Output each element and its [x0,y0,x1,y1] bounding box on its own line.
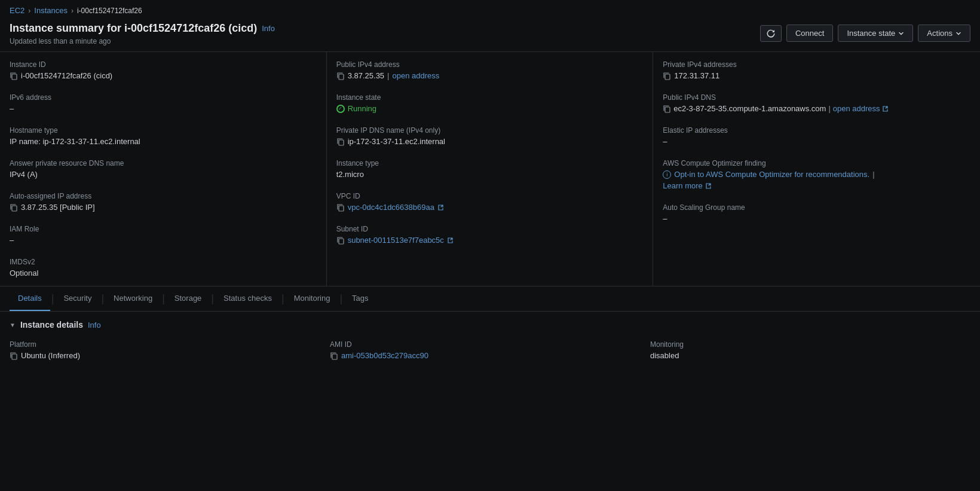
info-circle-icon: i [663,170,671,179]
tab-security[interactable]: Security [55,286,100,311]
breadcrumb-instances[interactable]: Instances [34,6,68,15]
refresh-button[interactable] [760,25,782,42]
ipv6-group: IPv6 address – [10,93,317,113]
svg-rect-4 [339,206,344,211]
imdsv2-label: IMDSv2 [10,258,317,266]
public-ipv4-label: Public IPv4 address [336,60,644,69]
instance-type-group: Instance type t2.micro [336,159,644,179]
section-toggle[interactable]: ▼ [10,322,16,328]
platform-group: Platform Ubuntu (Inferred) [10,340,320,360]
vpc-link[interactable]: vpc-0dc4c1dc6638b69aa [348,203,434,212]
opt-in-link[interactable]: Opt-in to AWS Compute Optimizer for reco… [674,170,869,179]
page-header: Instance summary for i-00cf1524712fcaf26… [0,19,980,52]
hostname-label: Hostname type [10,126,317,135]
svg-rect-7 [665,107,670,112]
chevron-down-icon [898,31,904,36]
header-info-link[interactable]: Info [262,24,275,33]
private-ipv4-value: 172.31.37.11 [663,71,970,80]
refresh-icon [767,29,775,38]
details-col-1: Platform Ubuntu (Inferred) [10,338,330,362]
tab-sep-6: | [338,292,344,305]
subnet-id-label: Subnet ID [336,225,644,233]
copy-icon-4[interactable] [336,138,345,146]
auto-scaling-label: Auto Scaling Group name [663,203,970,212]
open-address-link-1[interactable]: open address [393,71,440,80]
tab-storage[interactable]: Storage [166,286,210,311]
details-col-3: Monitoring disabled [650,338,970,362]
ami-id-link[interactable]: ami-053b0d53c279acc90 [341,351,428,360]
public-dns-label: Public IPv4 DNS [663,93,970,102]
tab-sep-1: | [50,292,56,305]
connect-button[interactable]: Connect [786,25,833,42]
subnet-id-value: subnet-0011513e7f7eabc5c [336,236,644,245]
instance-type-value: t2.micro [336,170,644,179]
auto-ip-group: Auto-assigned IP address 3.87.25.35 [Pub… [10,192,317,212]
vpc-id-value: vpc-0dc4c1dc6638b69aa [336,203,644,212]
elastic-ip-group: Elastic IP addresses – [663,126,970,146]
page-title: Instance summary for i-00cf1524712fcaf26… [10,22,275,35]
learn-more-link[interactable]: Learn more [663,181,702,190]
auto-ip-value: 3.87.25.35 [Public IP] [10,203,317,212]
ami-id-label: AMI ID [330,340,641,349]
tab-details[interactable]: Details [10,286,50,311]
subnet-id-group: Subnet ID subnet-0011513e7f7eabc5c [336,225,644,245]
private-ipv4-label: Private IPv4 addresses [663,60,970,69]
tab-tags[interactable]: Tags [344,286,376,311]
instance-state-button[interactable]: Instance state [838,25,913,42]
breadcrumb-sep2: › [71,7,74,15]
copy-icon-9[interactable] [10,352,18,360]
iam-role-label: IAM Role [10,225,317,233]
tab-networking[interactable]: Networking [105,286,161,311]
copy-icon-5[interactable] [336,203,345,212]
monitoring-label: Monitoring [650,340,961,349]
actions-chevron-icon [956,31,961,36]
copy-icon[interactable] [10,72,18,80]
section-info-link[interactable]: Info [88,321,101,330]
monitoring-group: Monitoring disabled [650,340,961,360]
hostname-value: IP name: ip-172-31-37-11.ec2.internal [10,137,317,146]
breadcrumb-ec2[interactable]: EC2 [10,6,24,15]
breadcrumb-current: i-00cf1524712fcaf26 [77,7,142,15]
page-header-actions: Connect Instance state Actions [760,25,970,42]
private-dns-group: Private IP DNS name (IPv4 only) ip-172-3… [336,126,644,146]
elastic-ip-value: – [663,137,970,146]
subnet-link[interactable]: subnet-0011513e7f7eabc5c [348,236,444,245]
external-link-icon-2 [437,204,444,211]
copy-icon-3[interactable] [336,72,345,80]
section-title: Instance details [20,320,83,330]
svg-rect-0 [12,74,17,80]
instance-type-label: Instance type [336,159,644,167]
ami-id-group: AMI ID ami-053b0d53c279acc90 [330,340,641,360]
instance-id-group: Instance ID i-00cf1524712fcaf26 (cicd) [10,60,317,80]
svg-rect-3 [339,140,344,145]
svg-rect-1 [12,206,17,211]
compute-optimizer-group: AWS Compute Optimizer finding i Opt-in t… [663,159,970,190]
copy-icon-10[interactable] [330,352,338,360]
instance-details-grid: Platform Ubuntu (Inferred) AMI ID [10,338,970,362]
elastic-ip-label: Elastic IP addresses [663,126,970,135]
tab-sep-4: | [210,292,215,305]
actions-button[interactable]: Actions [918,25,970,42]
tab-sep-5: | [280,292,286,305]
answer-dns-group: Answer private resource DNS name IPv4 (A… [10,159,317,179]
copy-icon-7[interactable] [663,72,671,80]
tab-monitoring[interactable]: Monitoring [286,286,339,311]
auto-scaling-group: Auto Scaling Group name – [663,203,970,223]
svg-rect-6 [665,74,670,80]
public-dns-value: ec2-3-87-25-35.compute-1.amazonaws.com |… [663,104,970,113]
hostname-group: Hostname type IP name: ip-172-31-37-11.e… [10,126,317,146]
breadcrumb-sep1: › [28,7,30,15]
copy-icon-2[interactable] [10,203,18,212]
iam-role-group: IAM Role – [10,225,317,245]
private-dns-label: Private IP DNS name (IPv4 only) [336,126,644,135]
vpc-id-group: VPC ID vpc-0dc4c1dc6638b69aa [336,192,644,212]
summary-col-1: Instance ID i-00cf1524712fcaf26 (cicd) I… [0,52,327,286]
page-header-left: Instance summary for i-00cf1524712fcaf26… [10,22,275,45]
tab-status-checks[interactable]: Status checks [215,286,280,311]
copy-icon-8[interactable] [663,105,671,113]
copy-icon-6[interactable] [336,236,345,245]
compute-optimizer-value: i Opt-in to AWS Compute Optimizer for re… [663,170,970,190]
instance-state-value: Running [336,104,644,113]
open-address-link-2[interactable]: open address [833,104,889,113]
monitoring-value: disabled [650,351,961,360]
